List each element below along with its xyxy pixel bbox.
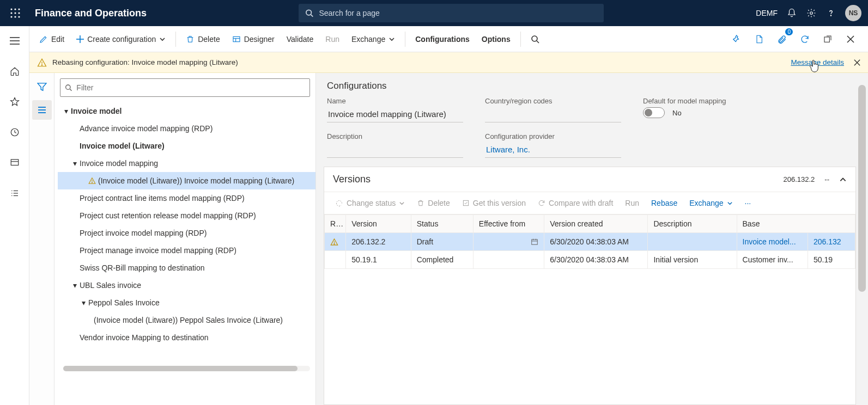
- hamburger-icon[interactable]: [5, 32, 24, 50]
- bell-icon[interactable]: [786, 8, 797, 19]
- calendar-icon[interactable]: [531, 238, 538, 246]
- svg-point-36: [41, 64, 42, 65]
- tree-node[interactable]: Project invoice model mapping (RDP): [58, 224, 315, 242]
- designer-label: Designer: [244, 35, 275, 44]
- svg-point-48: [334, 243, 335, 244]
- change-status-button[interactable]: Change status: [331, 197, 409, 210]
- versions-card: Versions 206.132.2 -- Change status: [324, 167, 856, 405]
- chevron-down-icon: [399, 200, 405, 206]
- svg-rect-27: [233, 36, 240, 41]
- close-icon[interactable]: [842, 30, 859, 48]
- versions-grid[interactable]: R... Version Status Effective from Versi…: [324, 214, 855, 269]
- svg-point-7: [14, 16, 16, 17]
- modules-icon[interactable]: [5, 184, 24, 202]
- tree-node[interactable]: ▾Peppol Sales Invoice: [58, 294, 315, 311]
- version-exchange-button[interactable]: Exchange: [685, 197, 737, 210]
- refresh-icon[interactable]: [796, 30, 814, 48]
- svg-point-42: [66, 85, 70, 89]
- col-version[interactable]: Version: [346, 215, 411, 233]
- col-created[interactable]: Version created: [544, 215, 648, 233]
- action-bar: Edit Create configuration Delete Designe…: [29, 26, 868, 52]
- chevron-up-icon[interactable]: [839, 176, 847, 183]
- pin-icon[interactable]: [727, 30, 745, 48]
- create-configuration-button[interactable]: Create configuration: [71, 32, 171, 47]
- workspace-icon[interactable]: [5, 154, 24, 172]
- value-name[interactable]: Invoice model mapping (Litware): [327, 107, 463, 122]
- col-base[interactable]: Base: [737, 215, 855, 233]
- svg-point-2: [18, 8, 20, 10]
- action-search-button[interactable]: [525, 32, 545, 47]
- options-tab[interactable]: Options: [476, 32, 516, 47]
- validate-button[interactable]: Validate: [281, 32, 319, 47]
- rebase-button[interactable]: Rebase: [647, 197, 682, 210]
- exchange-button[interactable]: Exchange: [346, 32, 400, 47]
- tree-node[interactable]: Vendor invoice Mapping to destination: [58, 329, 315, 346]
- value-region[interactable]: [485, 107, 621, 122]
- grid-row[interactable]: 206.132.2 Draft 6/30/2020 04:38:03 AM In…: [325, 233, 855, 251]
- designer-button[interactable]: Designer: [227, 32, 280, 47]
- favorite-icon[interactable]: [5, 93, 24, 111]
- more-icon[interactable]: ···: [740, 197, 756, 210]
- base-version-link[interactable]: 206.132: [808, 233, 855, 251]
- svg-point-11: [810, 12, 813, 15]
- user-avatar[interactable]: NS: [845, 5, 861, 21]
- warning-text: Rebasing configuration: Invoice model ma…: [52, 58, 238, 66]
- list-icon[interactable]: [32, 100, 52, 120]
- value-description[interactable]: [327, 143, 463, 158]
- filter-icon[interactable]: [32, 77, 52, 97]
- label-default-mapping: Default for model mapping: [643, 97, 726, 105]
- edit-button[interactable]: Edit: [34, 32, 70, 47]
- search-icon: [305, 9, 313, 17]
- help-icon[interactable]: [825, 8, 836, 19]
- tree-node[interactable]: Invoice model (Litware): [58, 137, 315, 155]
- company-code[interactable]: DEMF: [756, 9, 778, 17]
- svg-point-8: [18, 16, 20, 17]
- grid-header-row[interactable]: R... Version Status Effective from Versi…: [325, 215, 855, 233]
- base-link[interactable]: Invoice model...: [737, 233, 808, 251]
- tree-node[interactable]: Advance invoice model mapping (RDP): [58, 120, 315, 137]
- svg-line-31: [537, 41, 539, 43]
- tree-filter-input[interactable]: [60, 78, 310, 97]
- tree-node[interactable]: Project contract line items model mappin…: [58, 189, 315, 207]
- popout-icon[interactable]: [819, 30, 836, 48]
- configuration-tree[interactable]: ▾Invoice model Advance invoice model map…: [54, 100, 315, 405]
- tree-node[interactable]: ▾Invoice model mapping: [58, 155, 315, 172]
- tree-node-invoice-model[interactable]: ▾Invoice model: [58, 102, 315, 120]
- section-title-configurations: Configurations: [327, 81, 857, 91]
- global-search[interactable]: [299, 4, 604, 22]
- versions-head-version: 206.132.2: [783, 175, 815, 183]
- horizontal-scrollbar[interactable]: [63, 366, 310, 371]
- vertical-scrollbar[interactable]: [858, 77, 866, 401]
- tree-node[interactable]: Project manage invoice model mapping (RD…: [58, 242, 315, 259]
- tree-node[interactable]: Swiss QR-Bill mapping to destination: [58, 259, 315, 277]
- versions-head-sep: --: [824, 175, 829, 183]
- edit-label: Edit: [51, 35, 64, 44]
- version-delete-button: Delete: [412, 197, 454, 210]
- home-icon[interactable]: [5, 62, 24, 81]
- svg-rect-32: [824, 37, 829, 42]
- page-icon[interactable]: [750, 30, 768, 48]
- col-r[interactable]: R...: [325, 215, 346, 233]
- tree-node[interactable]: ▾UBL Sales invoice: [58, 277, 315, 294]
- app-launcher-icon[interactable]: [7, 8, 24, 18]
- configurations-tab[interactable]: Configurations: [410, 32, 475, 47]
- grid-row[interactable]: 50.19.1 Completed 6/30/2020 04:38:03 AM …: [325, 251, 855, 269]
- attachments-icon[interactable]: 0: [773, 30, 791, 48]
- gear-icon[interactable]: [806, 8, 817, 19]
- svg-point-12: [830, 15, 831, 16]
- col-effective[interactable]: Effective from: [473, 215, 544, 233]
- tree-node[interactable]: (Invoice model (Litware)) Peppol Sales I…: [58, 311, 315, 329]
- value-provider-link[interactable]: Litware, Inc.: [485, 143, 621, 158]
- recent-icon[interactable]: [5, 123, 24, 142]
- delete-button[interactable]: Delete: [180, 32, 225, 47]
- col-status[interactable]: Status: [411, 215, 473, 233]
- warning-close-icon[interactable]: [854, 59, 860, 66]
- default-mapping-toggle[interactable]: [643, 107, 665, 118]
- tree-node-selected[interactable]: (Invoice model (Litware)) Invoice model …: [58, 172, 315, 189]
- label-name: Name: [327, 97, 463, 105]
- message-details-link[interactable]: Message details: [791, 58, 844, 66]
- svg-rect-49: [532, 240, 538, 244]
- global-search-input[interactable]: [319, 9, 597, 17]
- col-desc[interactable]: Description: [648, 215, 737, 233]
- tree-node[interactable]: Project cust retention release model map…: [58, 207, 315, 224]
